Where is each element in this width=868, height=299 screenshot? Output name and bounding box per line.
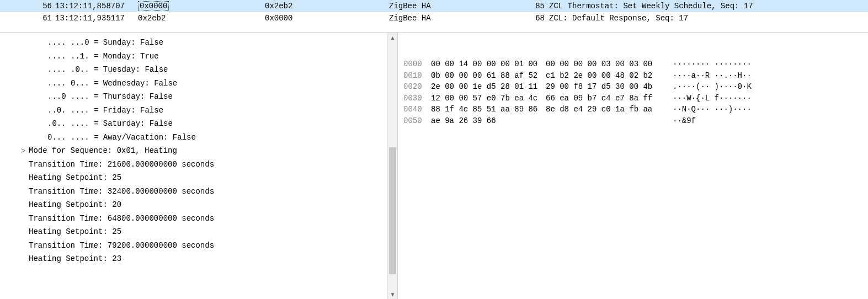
lower-panes: .... ...0 = Sunday: False.... ..1. = Mon… [0, 32, 868, 299]
col-no: 61 [0, 12, 55, 24]
tree-item[interactable]: .... ...0 = Sunday: False [13, 36, 397, 50]
col-dst: 0x2eb2 [265, 0, 389, 12]
hex-offset: 0000 [403, 58, 431, 70]
hex-bytes: 00 00 00 00 03 00 03 00 [546, 58, 673, 70]
tree-item[interactable]: Heating Setpoint: 25 [13, 225, 397, 239]
scroll-thumb[interactable] [389, 147, 396, 274]
packet-row[interactable]: 56 13:12:11,858707 0x0000 0x2eb2 ZigBee … [0, 0, 868, 12]
packet-row[interactable]: 61 13:12:11,935117 0x2eb2 0x0000 ZigBee … [0, 12, 868, 24]
tree-item-label: Heating Setpoint: 20 [29, 198, 121, 212]
hex-offset: 0040 [403, 104, 431, 115]
tree-item-label: Heating Setpoint: 25 [29, 171, 121, 185]
tree-item[interactable]: 0... .... = Away/Vacation: False [13, 131, 397, 145]
vertical-scrollbar[interactable]: ▲ ▼ [387, 33, 397, 299]
col-proto: ZigBee HA [389, 12, 527, 24]
tree-item-label: .0.. .... = Saturday: False [47, 117, 173, 131]
tree-item[interactable]: Transition Time: 21600.000000000 seconds [13, 158, 397, 172]
tree-item-label: .... .0.. = Tuesday: False [47, 63, 168, 77]
col-no: 56 [0, 0, 55, 12]
hex-row[interactable]: 003012 00 00 57 e0 7b ea 4c66 ea 09 b7 c… [403, 93, 864, 104]
tree-item[interactable]: .... .0.. = Tuesday: False [13, 63, 397, 77]
tree-item-label: ...0 .... = Thursday: False [47, 90, 173, 104]
hex-bytes: 12 00 00 57 e0 7b ea 4c [431, 93, 546, 104]
hex-bytes: ae 9a 26 39 66 [431, 115, 546, 127]
scroll-up-icon[interactable]: ▲ [388, 33, 397, 42]
hex-offset: 0010 [403, 70, 431, 82]
col-time: 13:12:11,935117 [55, 12, 138, 24]
tree-item[interactable]: Transition Time: 32400.000000000 seconds [13, 185, 397, 199]
tree-item-label: .... ..1. = Monday: True [47, 50, 159, 63]
hex-bytes: 2e 00 00 1e d5 28 01 11 [431, 81, 546, 93]
hex-bytes: 8e d8 e4 29 c0 1a fb aa [546, 104, 673, 115]
col-len: 68 [527, 12, 549, 24]
col-src: 0x2eb2 [138, 12, 265, 24]
col-src: 0x0000 [138, 0, 265, 12]
hex-ascii: ··&9f [673, 115, 696, 127]
hex-bytes: 0b 00 00 00 61 88 af 52 [431, 70, 546, 82]
tree-item-label: 0... .... = Away/Vacation: False [47, 131, 196, 145]
hex-offset: 0020 [403, 81, 431, 93]
tree-item-label: Heating Setpoint: 25 [29, 225, 121, 239]
tree-item[interactable]: Heating Setpoint: 25 [13, 171, 397, 185]
packet-details-pane[interactable]: .... ...0 = Sunday: False.... ..1. = Mon… [0, 33, 397, 299]
hex-bytes: c1 b2 2e 00 00 48 02 b2 [546, 70, 673, 82]
packet-bytes-pane[interactable]: 000000 00 14 00 00 00 01 0000 00 00 00 0… [397, 33, 868, 299]
hex-row[interactable]: 004088 1f 4e 85 51 aa 89 868e d8 e4 29 c… [403, 104, 864, 115]
col-proto: ZigBee HA [389, 0, 527, 12]
tree-item[interactable]: >Mode for Sequence: 0x01, Heating [13, 144, 397, 158]
tree-item[interactable]: .0.. .... = Saturday: False [13, 117, 397, 131]
hex-row[interactable]: 00202e 00 00 1e d5 28 01 1129 00 f8 17 d… [403, 81, 864, 93]
hex-offset: 0030 [403, 93, 431, 104]
hex-row[interactable]: 000000 00 14 00 00 00 01 0000 00 00 00 0… [403, 58, 864, 70]
tree-item[interactable]: ...0 .... = Thursday: False [13, 90, 397, 104]
tree-item[interactable]: ..0. .... = Friday: False [13, 104, 397, 118]
hex-bytes [546, 115, 673, 127]
hex-row[interactable]: 0050ae 9a 26 39 66··&9f [403, 115, 864, 127]
col-len: 85 [527, 0, 549, 12]
col-dst: 0x0000 [265, 12, 389, 24]
hex-ascii: ········ ········ [673, 58, 752, 70]
hex-ascii: ···W·{·L f······· [673, 93, 752, 104]
hex-bytes: 66 ea 09 b7 c4 e7 8a ff [546, 93, 673, 104]
tree-item[interactable]: .... 0... = Wednesday: False [13, 77, 397, 90]
tree-item[interactable]: Transition Time: 79200.000000000 seconds [13, 239, 397, 253]
tree-item-label: Transition Time: 64800.000000000 seconds [29, 212, 214, 226]
hex-offset: 0050 [403, 115, 431, 127]
tree-item-label: ..0. .... = Friday: False [47, 104, 163, 118]
tree-item-label: Transition Time: 32400.000000000 seconds [29, 185, 214, 199]
tree-item[interactable]: .... ..1. = Monday: True [13, 50, 397, 63]
hex-ascii: ····a··R ··.··H·· [673, 70, 752, 82]
hex-row[interactable]: 00100b 00 00 00 61 88 af 52c1 b2 2e 00 0… [403, 70, 864, 82]
scroll-down-icon[interactable]: ▼ [388, 289, 397, 299]
col-info: ZCL Thermostat: Set Weekly Schedule, Seq… [549, 0, 868, 12]
packet-list: 56 13:12:11,858707 0x0000 0x2eb2 ZigBee … [0, 0, 868, 24]
hex-ascii: ··N·Q··· ···)···· [673, 104, 752, 115]
tree-item[interactable]: Transition Time: 64800.000000000 seconds [13, 212, 397, 226]
tree-item-label: Mode for Sequence: 0x01, Heating [29, 144, 177, 158]
tree-item[interactable]: Heating Setpoint: 20 [13, 198, 397, 212]
tree-item-label: .... 0... = Wednesday: False [47, 77, 177, 90]
tree-item-label: Heating Setpoint: 23 [29, 252, 121, 266]
col-info: ZCL: Default Response, Seq: 17 [549, 12, 868, 24]
tree-item-label: Transition Time: 79200.000000000 seconds [29, 239, 214, 253]
hex-bytes: 88 1f 4e 85 51 aa 89 86 [431, 104, 546, 115]
expand-icon[interactable]: > [21, 144, 29, 158]
hex-bytes: 29 00 f8 17 d5 30 00 4b [546, 81, 673, 93]
hex-bytes: 00 00 14 00 00 00 01 00 [431, 58, 546, 70]
tree-item[interactable]: Heating Setpoint: 23 [13, 252, 397, 266]
hex-ascii: .····(·· )····0·K [673, 81, 752, 93]
tree-item-label: Transition Time: 21600.000000000 seconds [29, 158, 214, 172]
col-time: 13:12:11,858707 [55, 0, 138, 12]
tree-item-label: .... ...0 = Sunday: False [47, 36, 163, 50]
